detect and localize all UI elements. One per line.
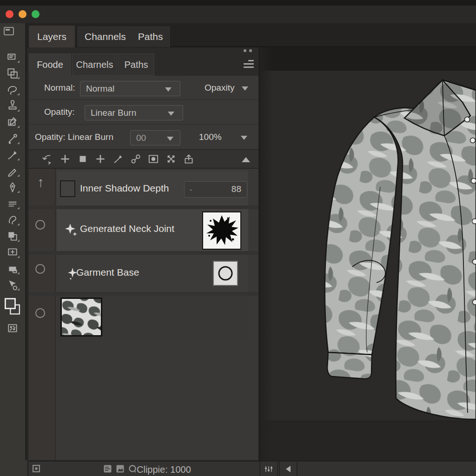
pen-tool-icon[interactable] [4, 180, 21, 194]
close-button[interactable] [6, 10, 13, 18]
status-bar: Clippie: 1000 [29, 460, 476, 476]
layer-row-pattern[interactable] [57, 296, 248, 340]
chevron-down-icon[interactable] [241, 136, 247, 140]
chevron-down-icon[interactable] [242, 86, 248, 91]
photo-tool-icon[interactable] [4, 50, 21, 64]
pencil-tool-icon[interactable] [4, 164, 21, 178]
layer-value-field[interactable]: . 88 [184, 181, 247, 198]
link-icon[interactable] [129, 153, 142, 165]
visibility-circle-toggle[interactable] [35, 308, 45, 318]
undo-arrow-icon[interactable] [41, 153, 54, 165]
panel-dot-icon [249, 49, 252, 52]
sliders-icon[interactable] [259, 462, 278, 476]
left-toolbar-foot [0, 460, 27, 476]
ink-splatter-thumbnail[interactable] [202, 212, 241, 250]
opacity-label: Opatity: [44, 107, 74, 117]
circle-thumbnail[interactable] [213, 261, 238, 286]
stop-square-icon[interactable] [76, 153, 89, 165]
back-triangle-icon[interactable] [279, 462, 298, 476]
row-divider [29, 251, 258, 255]
document-icon[interactable] [103, 464, 112, 475]
image-icon[interactable] [116, 464, 125, 475]
layer-row-inner-shadow-depth[interactable]: Inner Shadow Depth . 88 [57, 171, 248, 205]
smudge-tool-icon[interactable] [4, 213, 21, 226]
panel-header-strip [29, 47, 258, 53]
blend-mode-label: Normal: [44, 83, 75, 93]
layer-name: Generated Neck Joint [80, 223, 174, 234]
tab-layers[interactable]: Layers [29, 26, 75, 47]
brush-tool-icon[interactable] [4, 148, 21, 161]
zoom-button[interactable] [32, 10, 40, 18]
panel-tab-foode-label: Foode [37, 60, 63, 70]
shirt-illustration [260, 47, 476, 460]
blend-mode-dropdown[interactable]: Normal [80, 81, 180, 96]
crop-tool-icon[interactable] [4, 115, 21, 129]
color-swatches[interactable] [4, 294, 21, 318]
artboard-tool-icon[interactable] [4, 245, 21, 259]
layer-name: Garment Base [76, 267, 139, 278]
sparkle-icon [65, 223, 79, 239]
layers-toolbar [29, 150, 258, 169]
brush-icon[interactable] [112, 153, 125, 165]
select-tool-icon[interactable] [4, 278, 21, 291]
up-arrow-toggle[interactable]: ↑ [37, 175, 44, 189]
panel-tab-foode[interactable]: Foode [29, 53, 71, 76]
lasso-tool-icon[interactable] [4, 83, 21, 96]
status-text: Clippie: 1000 [137, 464, 191, 475]
canvas-area[interactable] [260, 47, 476, 460]
fill-dropdown[interactable]: 00 [130, 130, 180, 145]
add-second-icon[interactable] [94, 153, 107, 165]
top-tab-strip: Layers Channels Paths [0, 23, 476, 47]
stamp-tool-icon[interactable] [4, 99, 21, 112]
application-window: Layers Channels Paths Foode Charnels Pat… [0, 0, 476, 476]
panel-tab-strip: Foode Charnels Paths [29, 53, 258, 76]
panel-menu-icon[interactable] [243, 60, 254, 69]
shape-tool-icon[interactable] [4, 262, 21, 275]
pattern-tool-icon[interactable] [4, 321, 21, 335]
left-toolbar [0, 23, 27, 476]
opacity-row: Opatity: Linear Burn [29, 100, 258, 125]
line-tool-icon[interactable] [4, 197, 21, 210]
opacity-right-label: Opaxity [205, 83, 234, 93]
fill-percent: 100% [199, 132, 222, 142]
panel-tab-paths[interactable]: Paths [118, 53, 154, 76]
chevron-down-icon [168, 112, 174, 116]
value-prefix: . [190, 183, 192, 193]
layer-checkbox[interactable] [60, 180, 75, 197]
status-center-icons [103, 464, 137, 475]
panel-dot-icon [244, 49, 246, 52]
stop-record-icon[interactable] [33, 465, 40, 474]
transform-icon[interactable] [165, 153, 178, 165]
visibility-circle-toggle[interactable] [35, 220, 45, 230]
shirt-sleeve [325, 117, 398, 355]
layers-tool-icon[interactable] [4, 229, 21, 243]
camo-pattern-thumbnail[interactable] [60, 298, 102, 337]
layer-row-garment-base[interactable]: Garment Base [57, 255, 248, 292]
panel-tab-charnels[interactable]: Charnels [72, 53, 117, 76]
tab-channels[interactable]: Channels [85, 31, 126, 42]
chevron-down-icon [167, 137, 173, 141]
row-divider [29, 205, 258, 209]
minimize-button[interactable] [19, 10, 26, 18]
layer-toggle-column: ↑ [29, 169, 56, 460]
marquee-tool-icon[interactable] [4, 66, 21, 80]
tab-group-channels-paths: Channels Paths [77, 26, 171, 47]
circle-icon[interactable] [128, 464, 137, 475]
mask-icon[interactable] [147, 153, 160, 165]
value-text: 88 [231, 184, 241, 194]
layer-name: Inner Shadow Depth [80, 183, 169, 194]
fill-label: Opatity: Linear Burn [35, 132, 113, 142]
titlebar [0, 6, 476, 23]
panel-window-icon[interactable] [4, 27, 14, 37]
visibility-circle-toggle[interactable] [35, 264, 45, 274]
layer-row-generated-neck-joint[interactable]: Generated Neck Joint [57, 209, 248, 251]
panel-tab-charnels-label: Charnels [76, 60, 113, 70]
opacity-dropdown[interactable]: Linear Burn [85, 105, 183, 120]
chevron-down-icon [165, 87, 172, 92]
add-icon[interactable] [59, 153, 72, 165]
tab-paths[interactable]: Paths [138, 31, 163, 42]
export-icon[interactable] [182, 153, 195, 165]
layers-panel: Foode Charnels Paths Normal: Normal Opax… [29, 47, 258, 460]
collapse-triangle-icon[interactable] [242, 157, 250, 162]
healing-brush-tool-icon[interactable] [4, 132, 21, 145]
